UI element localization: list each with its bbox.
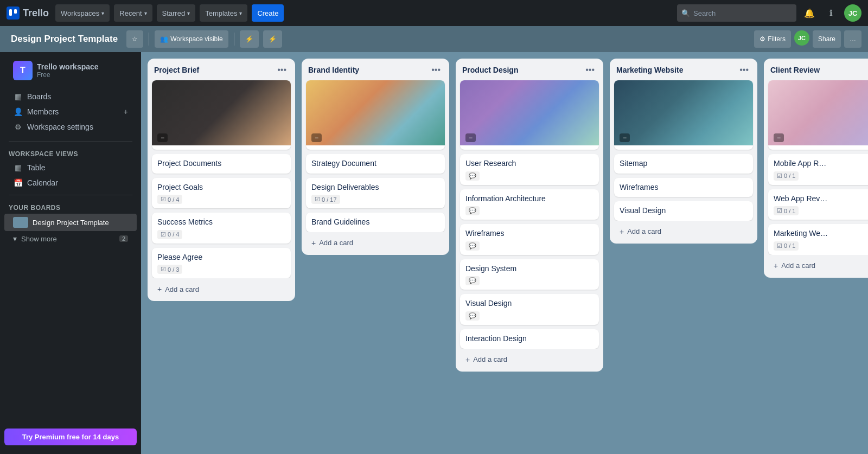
card-title: Interaction Design xyxy=(465,334,527,343)
card[interactable]: Please Agree ☑ 0 / 3 xyxy=(152,248,291,279)
sidebar-footer: Try Premium free for 14 days xyxy=(0,424,141,450)
card[interactable]: Mobile App R… ☑ 0 / 1 xyxy=(768,154,868,185)
search-icon: 🔍 xyxy=(681,9,690,17)
card[interactable]: Success Metrics ☑ 0 / 4 xyxy=(152,213,291,244)
card-cover-minus-button[interactable]: − xyxy=(620,133,630,142)
card-title: Web App Rev… xyxy=(774,194,827,203)
card[interactable]: − xyxy=(768,80,868,150)
card-footer: ☑ 0 / 4 xyxy=(152,228,291,239)
card[interactable]: Interaction Design xyxy=(460,329,599,349)
info-button[interactable]: ℹ xyxy=(822,4,840,22)
card[interactable]: Brand Guidelines xyxy=(306,213,445,232)
card[interactable]: Project Goals ☑ 0 / 4 xyxy=(152,178,291,209)
create-button[interactable]: Create xyxy=(252,4,284,22)
list-menu-button[interactable]: ••• xyxy=(429,64,443,76)
card-title: Strategy Document xyxy=(311,159,376,168)
share-button[interactable]: Share xyxy=(813,30,841,48)
show-more-button[interactable]: ▾ Show more 2 xyxy=(4,231,137,246)
card[interactable]: Design System 💬 xyxy=(460,259,599,290)
card[interactable]: Visual Design 💬 xyxy=(460,294,599,325)
card[interactable]: Information Architecture 💬 xyxy=(460,189,599,220)
starred-button[interactable]: Starred ▾ xyxy=(157,4,196,22)
list-menu-button[interactable]: ••• xyxy=(275,64,289,76)
card-title: Project Goals xyxy=(157,183,203,191)
add-member-icon[interactable]: + xyxy=(124,107,128,116)
card[interactable]: − xyxy=(152,80,291,150)
chevron-down-icon: ▾ xyxy=(144,10,147,16)
bell-icon: 🔔 xyxy=(804,8,815,18)
card[interactable]: Marketing We… ☑ 0 / 1 xyxy=(768,224,868,255)
try-premium-button[interactable]: Try Premium free for 14 days xyxy=(4,429,137,445)
card[interactable]: Visual Design xyxy=(614,201,753,221)
star-button[interactable]: ☆ xyxy=(126,30,143,48)
card[interactable]: Web App Rev… ☑ 0 / 1 xyxy=(768,189,868,220)
automation-button[interactable]: ⚡ xyxy=(263,30,282,48)
user-avatar[interactable]: JC xyxy=(844,4,861,22)
main-area: T Trello workspace Free ▦ Boards 👤 Membe… xyxy=(0,52,868,454)
list-menu-button[interactable]: ••• xyxy=(737,64,751,76)
card-content: Brand Guidelines xyxy=(306,213,445,228)
workspace-visibility-button[interactable]: 👥 Workspace visible xyxy=(155,30,228,48)
filter-icon: ⚙ xyxy=(760,35,765,43)
list-menu-button[interactable]: ••• xyxy=(583,64,597,76)
add-card-button[interactable]: + Add a card xyxy=(152,282,291,297)
card[interactable]: Sitemap xyxy=(614,154,753,174)
recent-button[interactable]: Recent ▾ xyxy=(114,4,152,22)
add-card-button[interactable]: + Add a card xyxy=(460,352,599,367)
sidebar-item-calendar[interactable]: 📅 Calendar xyxy=(4,175,137,190)
svg-rect-2 xyxy=(14,9,17,14)
board-user-avatar[interactable]: JC xyxy=(794,30,809,46)
add-card-button[interactable]: + Add a card xyxy=(768,258,868,273)
add-card-button[interactable]: + Add a card xyxy=(306,235,445,251)
card[interactable]: − xyxy=(460,80,599,150)
notification-button[interactable]: 🔔 xyxy=(801,4,818,22)
card-footer: ☑ 0 / 4 xyxy=(152,193,291,204)
board-content: Project Brief ••• − Project Documents Pr… xyxy=(141,52,868,454)
card[interactable]: Wireframes 💬 xyxy=(460,224,599,255)
card-cover-minus-button[interactable]: − xyxy=(465,133,476,142)
card[interactable]: − xyxy=(306,80,445,150)
workspace-switcher[interactable]: T Trello workspace Free xyxy=(4,56,137,87)
add-card-button[interactable]: + Add a card xyxy=(614,224,753,239)
card[interactable]: Design Deliverables ☑ 0 / 17 xyxy=(306,178,445,209)
app-logo[interactable]: Trello xyxy=(7,7,49,20)
sidebar-item-members[interactable]: 👤 Members + xyxy=(4,104,137,119)
comment-icon: 💬 xyxy=(469,312,476,319)
app-name: Trello xyxy=(23,8,49,19)
workspace-info: Trello workspace Free xyxy=(37,62,99,79)
workspaces-button[interactable]: Workspaces ▾ xyxy=(55,4,110,22)
card-cover-minus-button[interactable]: − xyxy=(157,133,168,142)
sidebar-board-design-template[interactable]: Design Project Template xyxy=(4,214,137,231)
comment-icon: 💬 xyxy=(469,277,476,284)
board-color xyxy=(13,217,28,228)
card-cover-minus-button[interactable]: − xyxy=(774,133,784,142)
filters-button[interactable]: ⚙ Filters xyxy=(754,30,791,48)
card[interactable]: User Research 💬 xyxy=(460,154,599,185)
show-more-count: 2 xyxy=(119,235,128,242)
table-icon: ▦ xyxy=(13,163,23,172)
card-content: Interaction Design xyxy=(460,329,599,344)
card[interactable]: − xyxy=(614,80,753,150)
add-icon: + xyxy=(620,227,624,236)
card[interactable]: Strategy Document xyxy=(306,154,445,174)
card[interactable]: Wireframes xyxy=(614,178,753,197)
more-button[interactable]: … xyxy=(844,30,861,48)
card-title: User Research xyxy=(465,159,516,168)
sidebar-item-workspace-settings[interactable]: ⚙ Workspace settings xyxy=(4,119,137,135)
card-title: Visual Design xyxy=(620,206,666,215)
search-bar[interactable]: 🔍 Search xyxy=(677,4,796,22)
card-footer: 💬 xyxy=(460,274,599,285)
sidebar-item-table[interactable]: ▦ Table xyxy=(4,160,137,175)
comment-icon: 💬 xyxy=(469,207,476,214)
templates-button[interactable]: Templates ▾ xyxy=(200,4,247,22)
board-title[interactable]: Design Project Template xyxy=(7,31,122,47)
sidebar-item-boards[interactable]: ▦ Boards xyxy=(4,89,137,104)
add-icon: + xyxy=(157,285,162,293)
card-content: Please Agree xyxy=(152,248,291,263)
power-ups-button[interactable]: ⚡ xyxy=(240,30,259,48)
checklist-icon: ☑ xyxy=(777,172,782,180)
card-title: Sitemap xyxy=(620,159,647,168)
card-cover-minus-button[interactable]: − xyxy=(311,133,322,142)
star-icon: ☆ xyxy=(132,35,138,43)
card[interactable]: Project Documents xyxy=(152,154,291,174)
